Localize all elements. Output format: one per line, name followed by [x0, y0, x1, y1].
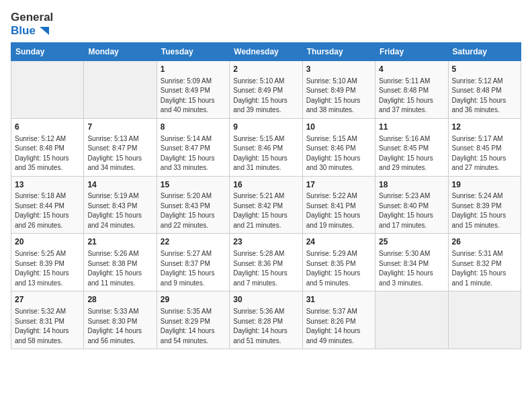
cell-details: Sunrise: 5:33 AMSunset: 8:30 PMDaylight:…: [87, 307, 152, 346]
day-cell: 28Sunrise: 5:33 AMSunset: 8:30 PMDayligh…: [84, 291, 157, 349]
day-number: 17: [306, 179, 371, 191]
calendar-table: SundayMondayTuesdayWednesdayThursdayFrid…: [11, 42, 521, 349]
day-number: 1: [161, 64, 226, 75]
day-number: 9: [233, 122, 298, 133]
week-row-3: 13Sunrise: 5:18 AMSunset: 8:44 PMDayligh…: [11, 176, 521, 234]
day-number: 21: [87, 236, 152, 248]
col-header-monday: Monday: [84, 43, 157, 61]
cell-details: Sunrise: 5:21 AMSunset: 8:42 PMDaylight:…: [233, 191, 298, 230]
cell-details: Sunrise: 5:12 AMSunset: 8:48 PMDaylight:…: [452, 77, 517, 116]
col-header-friday: Friday: [375, 43, 448, 61]
cell-details: Sunrise: 5:20 AMSunset: 8:43 PMDaylight:…: [161, 191, 226, 230]
day-cell: 1Sunrise: 5:09 AMSunset: 8:49 PMDaylight…: [157, 61, 229, 119]
day-cell: 25Sunrise: 5:30 AMSunset: 8:34 PMDayligh…: [375, 234, 448, 291]
day-number: 5: [452, 64, 517, 75]
day-number: 3: [306, 64, 371, 75]
day-number: 25: [379, 236, 444, 248]
day-number: 20: [15, 236, 80, 248]
cell-details: Sunrise: 5:18 AMSunset: 8:44 PMDaylight:…: [15, 191, 80, 230]
day-number: 15: [161, 179, 226, 191]
day-cell: 24Sunrise: 5:29 AMSunset: 8:35 PMDayligh…: [302, 234, 375, 291]
day-cell: 10Sunrise: 5:15 AMSunset: 8:46 PMDayligh…: [302, 118, 375, 176]
day-cell: 7Sunrise: 5:13 AMSunset: 8:47 PMDaylight…: [84, 118, 157, 176]
col-header-sunday: Sunday: [11, 43, 84, 61]
day-cell: 15Sunrise: 5:20 AMSunset: 8:43 PMDayligh…: [157, 176, 229, 234]
day-cell: 23Sunrise: 5:28 AMSunset: 8:36 PMDayligh…: [230, 234, 302, 291]
week-row-5: 27Sunrise: 5:32 AMSunset: 8:31 PMDayligh…: [11, 291, 521, 349]
day-cell: 12Sunrise: 5:17 AMSunset: 8:45 PMDayligh…: [448, 118, 521, 176]
svg-marker-0: [40, 27, 49, 35]
day-cell: 14Sunrise: 5:19 AMSunset: 8:43 PMDayligh…: [84, 176, 157, 234]
day-cell: 3Sunrise: 5:10 AMSunset: 8:49 PMDaylight…: [302, 61, 375, 119]
cell-details: Sunrise: 5:23 AMSunset: 8:40 PMDaylight:…: [379, 191, 444, 230]
cell-details: Sunrise: 5:14 AMSunset: 8:47 PMDaylight:…: [161, 134, 226, 173]
col-header-wednesday: Wednesday: [230, 43, 302, 61]
cell-details: Sunrise: 5:29 AMSunset: 8:35 PMDaylight:…: [306, 249, 371, 288]
week-row-1: 1Sunrise: 5:09 AMSunset: 8:49 PMDaylight…: [11, 61, 521, 119]
cell-details: Sunrise: 5:24 AMSunset: 8:39 PMDaylight:…: [452, 191, 517, 230]
cell-details: Sunrise: 5:17 AMSunset: 8:45 PMDaylight:…: [452, 134, 517, 173]
cell-details: Sunrise: 5:16 AMSunset: 8:45 PMDaylight:…: [379, 134, 444, 173]
day-cell: 17Sunrise: 5:22 AMSunset: 8:41 PMDayligh…: [302, 176, 375, 234]
cell-details: Sunrise: 5:19 AMSunset: 8:43 PMDaylight:…: [87, 191, 152, 230]
day-number: 6: [15, 122, 80, 133]
day-cell: 6Sunrise: 5:12 AMSunset: 8:48 PMDaylight…: [11, 118, 84, 176]
day-number: 14: [87, 179, 152, 191]
day-number: 10: [306, 122, 371, 133]
week-row-4: 20Sunrise: 5:25 AMSunset: 8:39 PMDayligh…: [11, 234, 521, 291]
cell-details: Sunrise: 5:37 AMSunset: 8:26 PMDaylight:…: [306, 307, 371, 346]
logo-blue: Blue: [11, 24, 53, 38]
logo-triangle-icon: [37, 24, 49, 36]
cell-details: Sunrise: 5:10 AMSunset: 8:49 PMDaylight:…: [233, 77, 298, 116]
col-header-saturday: Saturday: [448, 43, 521, 61]
day-cell: 20Sunrise: 5:25 AMSunset: 8:39 PMDayligh…: [11, 234, 84, 291]
day-number: 23: [233, 236, 298, 248]
cell-details: Sunrise: 5:12 AMSunset: 8:48 PMDaylight:…: [15, 134, 80, 173]
cell-details: Sunrise: 5:36 AMSunset: 8:28 PMDaylight:…: [233, 307, 298, 346]
day-number: 2: [233, 64, 298, 75]
day-cell: 19Sunrise: 5:24 AMSunset: 8:39 PMDayligh…: [448, 176, 521, 234]
cell-details: Sunrise: 5:15 AMSunset: 8:46 PMDaylight:…: [306, 134, 371, 173]
cell-details: Sunrise: 5:26 AMSunset: 8:38 PMDaylight:…: [87, 249, 152, 288]
cell-details: Sunrise: 5:27 AMSunset: 8:37 PMDaylight:…: [161, 249, 226, 288]
day-number: 19: [452, 179, 517, 191]
col-header-tuesday: Tuesday: [157, 43, 229, 61]
cell-details: Sunrise: 5:13 AMSunset: 8:47 PMDaylight:…: [87, 134, 152, 173]
cell-details: Sunrise: 5:31 AMSunset: 8:32 PMDaylight:…: [452, 249, 517, 288]
day-cell: 13Sunrise: 5:18 AMSunset: 8:44 PMDayligh…: [11, 176, 84, 234]
day-number: 4: [379, 64, 444, 75]
logo: General Blue: [11, 11, 53, 37]
day-cell: 30Sunrise: 5:36 AMSunset: 8:28 PMDayligh…: [230, 291, 302, 349]
cell-details: Sunrise: 5:10 AMSunset: 8:49 PMDaylight:…: [306, 77, 371, 116]
day-number: 11: [379, 122, 444, 133]
day-number: 13: [15, 179, 80, 191]
day-cell: 4Sunrise: 5:11 AMSunset: 8:48 PMDaylight…: [375, 61, 448, 119]
day-number: 7: [87, 122, 152, 133]
day-cell: 27Sunrise: 5:32 AMSunset: 8:31 PMDayligh…: [11, 291, 84, 349]
cell-details: Sunrise: 5:22 AMSunset: 8:41 PMDaylight:…: [306, 191, 371, 230]
day-number: 8: [161, 122, 226, 133]
day-cell: 16Sunrise: 5:21 AMSunset: 8:42 PMDayligh…: [230, 176, 302, 234]
day-number: 27: [15, 294, 80, 306]
day-cell: [84, 61, 157, 119]
cell-details: Sunrise: 5:32 AMSunset: 8:31 PMDaylight:…: [15, 307, 80, 346]
cell-details: Sunrise: 5:09 AMSunset: 8:49 PMDaylight:…: [161, 77, 226, 116]
day-cell: 2Sunrise: 5:10 AMSunset: 8:49 PMDaylight…: [230, 61, 302, 119]
day-cell: 22Sunrise: 5:27 AMSunset: 8:37 PMDayligh…: [157, 234, 229, 291]
day-cell: 8Sunrise: 5:14 AMSunset: 8:47 PMDaylight…: [157, 118, 229, 176]
day-cell: 9Sunrise: 5:15 AMSunset: 8:46 PMDaylight…: [230, 118, 302, 176]
day-cell: 26Sunrise: 5:31 AMSunset: 8:32 PMDayligh…: [448, 234, 521, 291]
days-header-row: SundayMondayTuesdayWednesdayThursdayFrid…: [11, 43, 521, 61]
day-cell: [448, 291, 521, 349]
cell-details: Sunrise: 5:11 AMSunset: 8:48 PMDaylight:…: [379, 77, 444, 116]
week-row-2: 6Sunrise: 5:12 AMSunset: 8:48 PMDaylight…: [11, 118, 521, 176]
day-cell: 5Sunrise: 5:12 AMSunset: 8:48 PMDaylight…: [448, 61, 521, 119]
day-cell: 31Sunrise: 5:37 AMSunset: 8:26 PMDayligh…: [302, 291, 375, 349]
day-cell: 11Sunrise: 5:16 AMSunset: 8:45 PMDayligh…: [375, 118, 448, 176]
day-number: 24: [306, 236, 371, 248]
cell-details: Sunrise: 5:15 AMSunset: 8:46 PMDaylight:…: [233, 134, 298, 173]
col-header-thursday: Thursday: [302, 43, 375, 61]
cell-details: Sunrise: 5:35 AMSunset: 8:29 PMDaylight:…: [161, 307, 226, 346]
day-cell: 18Sunrise: 5:23 AMSunset: 8:40 PMDayligh…: [375, 176, 448, 234]
day-number: 22: [161, 236, 226, 248]
